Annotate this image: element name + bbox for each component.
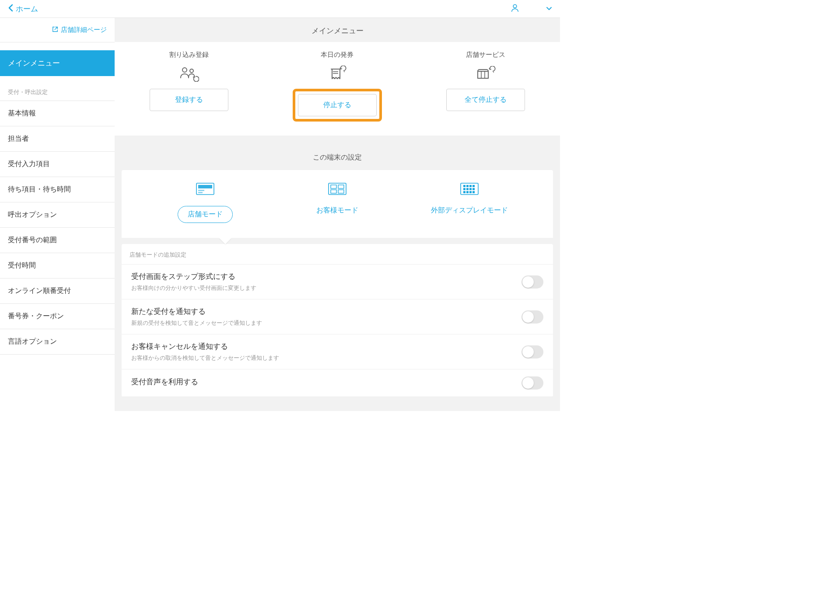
svg-rect-24	[466, 188, 469, 190]
sidebar-item-number-range[interactable]: 受付番号の範囲	[0, 228, 115, 253]
interrupt-icon	[179, 65, 199, 83]
customer-mode-icon	[328, 182, 347, 197]
device-panel: この端末の設定 店舗モード お客様モード	[115, 149, 560, 397]
service-icon	[475, 65, 496, 83]
sidebar-section-header: 受付・呼出設定	[0, 76, 115, 101]
device-title: この端末の設定	[115, 149, 560, 170]
register-button[interactable]: 登録する	[150, 89, 228, 111]
setting-title: 受付音声を利用する	[131, 377, 198, 387]
setting-row-voice: 受付音声を利用する	[122, 369, 553, 397]
mode-tab-display[interactable]: 外部ディスプレイモード	[403, 182, 536, 223]
main-content: メインメニュー 割り込み登録 登録する 本日の発券 停止する 店舗サービス	[115, 17, 560, 411]
setting-title: お客様キャンセルを通知する	[131, 341, 279, 352]
svg-rect-10	[198, 185, 212, 188]
action-col-interrupt: 割り込み登録 登録する	[115, 51, 263, 122]
toggle-cancel-notify[interactable]	[522, 345, 543, 358]
store-detail-link[interactable]: 店舗詳細ページ	[0, 18, 115, 42]
mode-tab-store[interactable]: 店舗モード	[139, 182, 271, 223]
svg-rect-16	[331, 190, 336, 193]
svg-rect-11	[198, 190, 204, 191]
sidebar-item-language[interactable]: 言語オプション	[0, 329, 115, 355]
sidebar-main-menu[interactable]: メインメニュー	[0, 50, 115, 76]
svg-rect-20	[466, 185, 469, 187]
toggle-step-format[interactable]	[522, 275, 543, 289]
chevron-left-icon	[8, 4, 13, 14]
sidebar-item-reception-hours[interactable]: 受付時間	[0, 253, 115, 278]
settings-header: 店舗モードの追加設定	[122, 244, 553, 264]
toggle-new-notify[interactable]	[522, 310, 543, 324]
setting-row-new-notify: 新たな受付を通知する 新規の受付を検知して音とメッセージで通知します	[122, 299, 553, 334]
sidebar-item-basic-info[interactable]: 基本情報	[0, 101, 115, 126]
sidebar-item-input-fields[interactable]: 受付入力項目	[0, 152, 115, 177]
ticketing-title: 本日の発券	[321, 51, 354, 59]
sidebar-item-wait-time[interactable]: 待ち項目・待ち時間	[0, 177, 115, 202]
svg-rect-22	[472, 185, 475, 187]
display-mode-icon	[460, 182, 479, 197]
setting-desc: 新規の受付を検知して音とメッセージで通知します	[131, 319, 262, 327]
sidebar-item-ticket-coupon[interactable]: 番号券・クーポン	[0, 304, 115, 329]
store-detail-label: 店舗詳細ページ	[61, 26, 107, 34]
svg-rect-28	[466, 191, 469, 193]
setting-row-cancel-notify: お客様キャンセルを通知する お客様からの取消を検知して音とメッセージで通知します	[122, 334, 553, 369]
action-panel: 割り込み登録 登録する 本日の発券 停止する 店舗サービス	[115, 42, 560, 136]
home-label: ホーム	[16, 4, 38, 14]
stop-button[interactable]: 停止する	[298, 94, 377, 116]
svg-rect-15	[338, 185, 344, 188]
main-menu-title: メインメニュー	[115, 18, 560, 42]
svg-point-1	[182, 68, 187, 72]
svg-rect-29	[469, 191, 472, 193]
svg-point-5	[344, 71, 345, 72]
svg-rect-25	[469, 188, 472, 190]
action-col-ticketing: 本日の発券 停止する	[263, 51, 411, 122]
sidebar-item-call-options[interactable]: 呼出オプション	[0, 202, 115, 228]
svg-rect-17	[338, 190, 344, 193]
topbar-right	[510, 3, 552, 14]
svg-point-0	[513, 4, 517, 8]
sidebar-item-staff[interactable]: 担当者	[0, 126, 115, 152]
svg-rect-14	[331, 185, 336, 188]
action-col-service: 店舗サービス 全て停止する	[412, 51, 560, 122]
svg-rect-27	[463, 191, 466, 193]
user-icon[interactable]	[510, 3, 520, 14]
svg-point-8	[493, 72, 494, 73]
sidebar: 店舗詳細ページ メインメニュー 受付・呼出設定 基本情報 担当者 受付入力項目 …	[0, 17, 115, 411]
setting-title: 新たな受付を通知する	[131, 306, 262, 317]
sidebar-item-online-queue[interactable]: オンライン順番受付	[0, 278, 115, 304]
setting-row-step-format: 受付画面をステップ形式にする お客様向けの分かりやすい受付画面に変更します	[122, 264, 553, 299]
highlighted-stop-button: 停止する	[293, 89, 382, 122]
service-title: 店舗サービス	[466, 51, 505, 59]
topbar: ホーム	[0, 0, 560, 17]
customer-mode-label: お客様モード	[316, 206, 358, 215]
stop-all-button[interactable]: 全て停止する	[446, 89, 525, 111]
store-mode-label: 店舗モード	[178, 206, 233, 223]
svg-rect-12	[198, 192, 203, 193]
settings-list: 店舗モードの追加設定 受付画面をステップ形式にする お客様向けの分かりやすい受付…	[122, 244, 553, 397]
setting-desc: お客様向けの分かりやすい受付画面に変更します	[131, 284, 256, 292]
setting-desc: お客様からの取消を検知して音とメッセージで通知します	[131, 354, 279, 362]
chevron-down-icon[interactable]	[546, 5, 552, 12]
svg-rect-26	[472, 188, 475, 190]
svg-rect-30	[472, 191, 475, 193]
svg-rect-21	[469, 185, 472, 187]
setting-title: 受付画面をステップ形式にする	[131, 271, 256, 282]
toggle-voice[interactable]	[522, 376, 543, 390]
ticketing-icon	[328, 65, 347, 83]
mode-tab-customer[interactable]: お客様モード	[271, 182, 403, 223]
store-mode-icon	[196, 182, 215, 197]
display-mode-label: 外部ディスプレイモード	[431, 206, 508, 215]
interrupt-title: 割り込み登録	[169, 51, 209, 59]
mode-tabs: 店舗モード お客様モード 外部デ	[122, 170, 553, 238]
svg-rect-23	[463, 188, 466, 190]
svg-rect-19	[463, 185, 466, 187]
svg-point-2	[190, 69, 193, 73]
external-link-icon	[52, 26, 58, 34]
back-home-link[interactable]: ホーム	[8, 4, 38, 14]
